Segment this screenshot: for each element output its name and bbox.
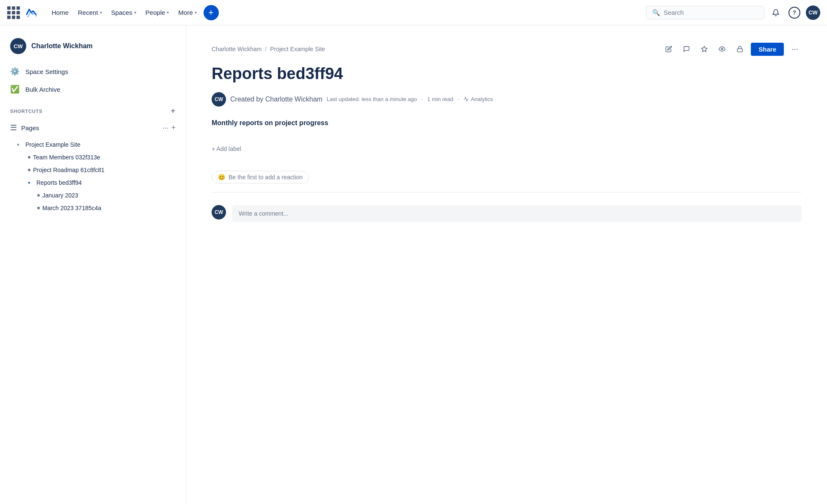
tree-child-label: Project Roadmap 61c8fc81: [33, 167, 105, 173]
tree-item-reports[interactable]: ▾ Reports bed3ff94: [0, 176, 186, 189]
meta-info: Created by Charlotte Wickham: [230, 96, 323, 103]
restrict-button[interactable]: [733, 42, 747, 56]
archive-icon: ✅: [10, 85, 19, 94]
meta-avatar: CW: [212, 92, 226, 107]
gear-icon: ⚙️: [10, 67, 19, 76]
comment-button[interactable]: [680, 42, 693, 56]
people-chevron-icon: ▾: [167, 10, 169, 15]
page-subtitle: Monthly reports on project progress: [212, 119, 802, 127]
user-avatar[interactable]: CW: [806, 5, 820, 20]
topnav: Home Recent ▾ Spaces ▾ People ▾ More ▾ +…: [0, 0, 827, 25]
help-circle-icon: ?: [788, 7, 800, 19]
breadcrumb-parent-link[interactable]: Charlotte Wickham: [212, 46, 262, 52]
main-content: Charlotte Wickham / Project Example Site: [186, 25, 827, 504]
nav-more[interactable]: More ▾: [174, 6, 201, 19]
tree-dot-icon: [28, 156, 30, 159]
tree-item-march[interactable]: March 2023 37185c4a: [0, 202, 186, 214]
tree-dot-icon: [37, 207, 40, 209]
breadcrumb-path: Charlotte Wickham / Project Example Site: [212, 46, 325, 52]
comment-avatar: CW: [212, 205, 226, 219]
edit-button[interactable]: [662, 42, 675, 56]
shortcuts-header: SHORTCUTS +: [10, 107, 176, 115]
topnav-right: 🔍 Search ? CW: [646, 5, 820, 20]
reaction-section: 😊 Be the first to add a reaction: [212, 171, 802, 184]
pages-section: ☰ Pages ··· + ▾ Project Example Site Tea…: [0, 119, 186, 216]
pages-label: Pages: [21, 124, 158, 131]
sidebar-user[interactable]: CW Charlotte Wickham: [0, 34, 186, 63]
pages-icon: ☰: [10, 123, 17, 132]
create-button[interactable]: +: [204, 5, 219, 20]
sidebar-avatar: CW: [10, 38, 26, 54]
layout: CW Charlotte Wickham ⚙️ Space Settings ✅…: [0, 25, 827, 504]
breadcrumb-separator: /: [265, 46, 267, 52]
add-reaction-button[interactable]: 😊 Be the first to add a reaction: [212, 171, 309, 184]
reaction-text: Be the first to add a reaction: [229, 174, 303, 181]
notifications-button[interactable]: [769, 5, 783, 20]
tree-grandchild-label: March 2023 37185c4a: [42, 205, 101, 211]
tree-item-project-roadmap[interactable]: Project Roadmap 61c8fc81: [0, 164, 186, 176]
apps-icon[interactable]: [7, 6, 20, 19]
help-button[interactable]: ?: [787, 5, 802, 20]
nav-home[interactable]: Home: [47, 6, 73, 19]
comment-input[interactable]: Write a comment...: [232, 205, 802, 222]
tree-root-label: Project Example Site: [25, 141, 80, 148]
tree-grandchild-label: January 2023: [42, 192, 78, 199]
tree-child-label-active: Reports bed3ff94: [36, 179, 82, 186]
tree-item-team-members[interactable]: Team Members 032f313e: [0, 151, 186, 164]
meta-dot: ·: [421, 96, 423, 103]
pages-item[interactable]: ☰ Pages ··· +: [0, 119, 186, 137]
more-options-button[interactable]: ···: [788, 42, 802, 56]
watch-button[interactable]: [715, 42, 729, 56]
tree-item-january[interactable]: January 2023: [0, 189, 186, 202]
meta-created-by: Created by Charlotte Wickham: [230, 96, 323, 103]
nav-recent[interactable]: Recent ▾: [74, 6, 106, 19]
emoji-icon: 😊: [218, 174, 225, 181]
shortcuts-add-button[interactable]: +: [171, 107, 176, 115]
nav-people[interactable]: People ▾: [141, 6, 174, 19]
sidebar-item-space-settings[interactable]: ⚙️ Space Settings: [0, 63, 186, 80]
star-button[interactable]: [697, 42, 711, 56]
meta-read-time: 1 min read: [427, 96, 453, 102]
tree-child-label: Team Members 032f313e: [33, 154, 100, 161]
svg-rect-3: [737, 49, 742, 52]
search-box[interactable]: 🔍 Search: [646, 6, 764, 19]
pages-more-button[interactable]: ···: [162, 123, 168, 132]
topnav-nav: Home Recent ▾ Spaces ▾ People ▾ More ▾ +: [47, 5, 644, 20]
pages-add-button[interactable]: +: [171, 123, 176, 132]
divider: [212, 192, 802, 192]
spaces-chevron-icon: ▾: [134, 10, 136, 15]
space-settings-label: Space Settings: [25, 68, 68, 75]
add-label-button[interactable]: + Add label: [212, 144, 241, 154]
comment-placeholder: Write a comment...: [239, 210, 288, 217]
sidebar-item-bulk-archive[interactable]: ✅ Bulk Archive: [0, 80, 186, 98]
meta-dot-2: ·: [458, 96, 459, 103]
logo[interactable]: [24, 5, 39, 20]
comment-section: CW Write a comment...: [212, 205, 802, 222]
sidebar-username: Charlotte Wickham: [31, 42, 93, 50]
tree-dot-icon: [37, 194, 40, 197]
svg-marker-1: [702, 46, 707, 52]
nav-spaces[interactable]: Spaces ▾: [107, 6, 141, 19]
recent-chevron-icon: ▾: [100, 10, 102, 15]
tree-section: ▾ Project Example Site Team Members 032f…: [0, 137, 186, 216]
search-icon: 🔍: [652, 9, 660, 16]
meta-updated: Last updated: less than a minute ago: [327, 96, 417, 102]
root-chevron-icon: ▾: [17, 142, 23, 148]
shortcuts-section: SHORTCUTS +: [0, 98, 186, 119]
tree-dot-icon: [28, 169, 30, 171]
share-button[interactable]: Share: [751, 43, 784, 56]
page-meta: CW Created by Charlotte Wickham Last upd…: [212, 92, 802, 107]
more-chevron-icon: ▾: [195, 10, 197, 15]
svg-point-2: [721, 48, 723, 50]
analytics-button[interactable]: Analytics: [463, 96, 493, 102]
breadcrumb-current-link[interactable]: Project Example Site: [270, 46, 325, 52]
breadcrumb-actions: Share ···: [662, 42, 802, 56]
tree-item-root[interactable]: ▾ Project Example Site: [0, 138, 186, 151]
search-placeholder-text: Search: [664, 9, 684, 16]
reports-chevron-icon: ▾: [28, 180, 34, 186]
pages-actions: ··· +: [162, 123, 176, 132]
breadcrumb: Charlotte Wickham / Project Example Site: [212, 42, 802, 56]
sidebar: CW Charlotte Wickham ⚙️ Space Settings ✅…: [0, 25, 186, 504]
bulk-archive-label: Bulk Archive: [25, 86, 61, 93]
page-title: Reports bed3ff94: [212, 64, 802, 84]
